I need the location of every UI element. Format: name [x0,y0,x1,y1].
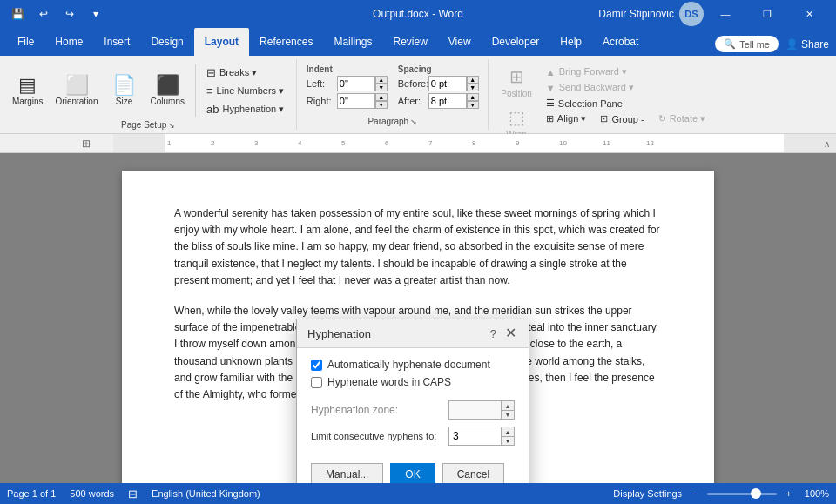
undo-btn[interactable]: ↩ [33,3,54,24]
paragraph-expand-icon: ↘ [410,118,417,126]
zoom-out-btn[interactable]: − [689,488,699,499]
word-count: 500 words [70,488,114,499]
spacing-after-arrows: ▲ ▼ [467,93,479,109]
position-btn[interactable]: ⊞ Position [496,63,537,102]
share-btn[interactable]: 👤 Share [785,38,829,50]
rotate-icon: ↻ [658,113,666,124]
ok-btn[interactable]: OK [390,463,435,483]
spacing-after-spin: ▲ ▼ [428,93,479,109]
ruler-collapse-btn[interactable]: ∧ [817,134,836,153]
titlebar-filename: Output.docx - Word [373,8,463,20]
indent-left-up[interactable]: ▲ [375,76,388,84]
zoom-pct[interactable]: 100% [801,488,829,499]
spacing-after-down[interactable]: ▼ [467,101,479,109]
consecutive-input[interactable] [448,427,501,446]
dialog-close-btn[interactable]: ✕ [503,326,518,340]
language[interactable]: English (United Kingdom) [152,488,260,499]
indent-left-input[interactable] [337,76,375,91]
tab-insert[interactable]: Insert [93,28,140,56]
close-btn[interactable]: ✕ [789,0,829,28]
zone-down[interactable]: ▼ [501,410,515,420]
tab-mailings[interactable]: Mailings [323,28,382,56]
display-settings[interactable]: Display Settings [613,488,682,499]
page-setup-items: ▤ Margins ⬜ Orientation 📄 Size ⬛ Columns… [7,61,289,120]
zoom-in-btn[interactable]: + [784,488,794,499]
avatar[interactable]: DS [679,2,704,26]
orientation-icon: ⬜ [65,76,89,95]
zone-input[interactable] [448,400,501,420]
spacing-after-input[interactable] [428,93,467,109]
indent-right-input[interactable] [337,93,375,109]
dialog-title: Hyphenation [307,327,371,340]
group-btn[interactable]: ⊡ Group - [595,111,649,126]
tab-home[interactable]: Home [44,28,93,56]
spacing-before-input[interactable] [428,76,467,91]
dialog-controls: ? ✕ [490,326,518,340]
consecutive-row: Limit consecutive hyphens to: ▲ ▼ [311,427,515,446]
tab-acrobat[interactable]: Acrobat [592,28,649,56]
align-btn[interactable]: ⊞ Align ▾ [541,111,592,126]
save-quick-btn[interactable]: 💾 [7,3,28,24]
bring-forward-btn[interactable]: ▲ Bring Forward ▾ [541,64,711,79]
margins-btn[interactable]: ▤ Margins [7,72,49,110]
page-info: Page 1 of 1 [7,488,56,499]
tab-references[interactable]: References [249,28,323,56]
spacing-before-up[interactable]: ▲ [467,76,479,84]
statusbar: Page 1 of 1 500 words ⊟ English (United … [0,483,836,504]
position-icon: ⊞ [509,66,524,87]
cancel-btn[interactable]: Cancel [442,463,504,483]
size-icon: 📄 [112,76,136,95]
tab-help[interactable]: Help [549,28,592,56]
hyphenation-icon: ab [206,103,219,116]
tab-design[interactable]: Design [140,28,193,56]
tab-view[interactable]: View [438,28,482,56]
customize-btn[interactable]: ▾ [85,3,106,24]
consecutive-up[interactable]: ▲ [501,427,515,436]
send-backward-btn[interactable]: ▼ Send Backward ▾ [541,80,711,95]
ribbon-group-page-setup: ▤ Margins ⬜ Orientation 📄 Size ⬛ Columns… [0,59,297,130]
manual-btn[interactable]: Manual... [311,463,383,483]
selection-pane-btn[interactable]: ☰ Selection Pane [541,96,711,111]
tab-developer[interactable]: Developer [482,28,550,56]
ribbon-tabs: File Home Insert Design Layout Reference… [0,28,836,56]
size-btn[interactable]: 📄 Size [105,72,144,110]
redo-btn[interactable]: ↪ [59,3,80,24]
zoom-slider[interactable] [707,493,777,495]
minimize-btn[interactable]: — [705,0,745,28]
hyphenate-caps-checkbox[interactable] [311,377,322,388]
zone-up[interactable]: ▲ [501,400,515,410]
spacing-col: Spacing Before: ▲ ▼ After: [398,64,479,109]
restore-btn[interactable]: ❐ [747,0,787,28]
dialog-help-btn[interactable]: ? [490,327,496,340]
auto-hyphenate-row: Automatically hyphenate document [311,359,515,371]
breaks-btn[interactable]: ⊟ Breaks ▾ [201,64,289,81]
rotate-btn[interactable]: ↻ Rotate ▾ [653,111,711,126]
consecutive-down[interactable]: ▼ [501,436,515,446]
indent-left-down[interactable]: ▼ [375,84,388,91]
auto-hyphenate-checkbox[interactable] [311,360,322,371]
hyphenate-caps-label: Hyphenate words in CAPS [327,376,451,388]
tab-review[interactable]: Review [382,28,437,56]
page-setup-small: ⊟ Breaks ▾ ≡ Line Numbers ▾ ab Hyphenati… [201,64,289,118]
page-setup-label[interactable]: Page Setup ↘ [121,120,175,131]
paragraph-label[interactable]: Paragraph ↘ [367,117,417,128]
spacing-after-up[interactable]: ▲ [467,93,479,101]
indent-right-up[interactable]: ▲ [375,93,388,101]
hyphenation-btn[interactable]: ab Hyphenation ▾ [201,101,289,118]
arrange-btns: ▲ Bring Forward ▾ ▼ Send Backward ▾ ☰ Se… [541,63,711,126]
spacing-before-row: Before: ▲ ▼ [398,76,479,91]
tell-me-input[interactable]: 🔍 Tell me [715,36,779,52]
line-numbers-btn[interactable]: ≡ Line Numbers ▾ [201,83,289,99]
accessibility-icon: ⊟ [128,487,138,501]
columns-btn[interactable]: ⬛ Columns [145,72,190,110]
indent-right-arrows: ▲ ▼ [375,93,388,109]
orientation-btn[interactable]: ⬜ Orientation [51,72,104,110]
bring-forward-icon: ▲ [546,67,556,77]
tab-layout[interactable]: Layout [194,28,249,56]
zoom-thumb[interactable] [751,488,761,499]
indent-right-down[interactable]: ▼ [375,101,388,109]
tab-file[interactable]: File [7,28,44,56]
spacing-before-down[interactable]: ▼ [467,84,479,91]
user-area: Damir Stipinovic DS [598,2,704,26]
margins-icon: ▤ [18,76,37,95]
